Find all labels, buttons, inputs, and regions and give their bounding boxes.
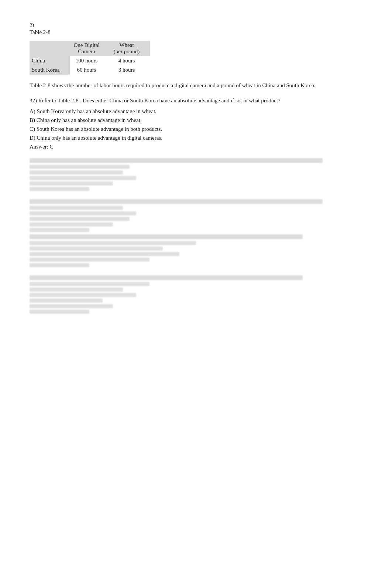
table-caption: Table 2-8 shows the number of labor hour… (30, 81, 332, 90)
option-c: C) South Korea has an absolute advantage… (30, 125, 362, 133)
question-number: 2) (30, 22, 362, 28)
table-row: South Korea 60 hours 3 hours (30, 65, 150, 75)
option-d: D) China only has an absolute advantage … (30, 133, 362, 142)
option-a: A) South Korea only has an absolute adva… (30, 107, 362, 116)
china-wheat: 4 hours (110, 56, 150, 65)
data-table: One DigitalCamera Wheat(per pound) China… (30, 41, 150, 75)
col-header-country (30, 41, 70, 56)
southkorea-camera: 60 hours (70, 65, 110, 75)
table-row: China 100 hours 4 hours (30, 56, 150, 65)
option-b: B) China only has an absolute advantage … (30, 116, 362, 125)
col-header-wheat: Wheat(per pound) (110, 41, 150, 56)
answer: Answer: C (30, 144, 362, 150)
col-header-camera: One DigitalCamera (70, 41, 110, 56)
china-camera: 100 hours (70, 56, 110, 65)
blurred-section-1 (30, 158, 362, 314)
country-china: China (30, 56, 70, 65)
southkorea-wheat: 3 hours (110, 65, 150, 75)
question-text: 32) Refer to Table 2-8 . Does either Chi… (30, 96, 332, 105)
table-title: Table 2-8 (30, 29, 362, 35)
country-south-korea: South Korea (30, 65, 70, 75)
question-block: 32) Refer to Table 2-8 . Does either Chi… (30, 96, 362, 150)
